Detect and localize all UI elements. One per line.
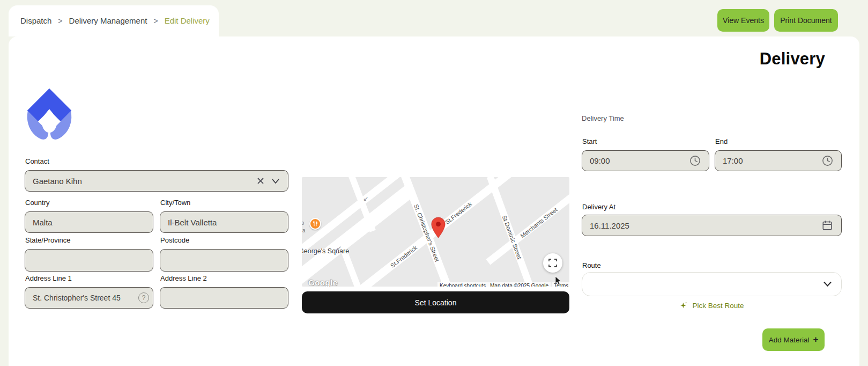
breadcrumb-edit-delivery: Edit Delivery — [165, 16, 210, 25]
route-label: Route — [582, 261, 601, 269]
mouse-cursor-icon — [555, 276, 562, 286]
set-location-button[interactable]: Set Location — [302, 291, 569, 313]
map-arrow-icon: ↙ — [363, 195, 368, 202]
map-poi-partial-text: to — [302, 220, 304, 226]
diamond-logo-icon — [25, 87, 74, 141]
contact-label: Contact — [25, 157, 49, 165]
map-poi-partial-text: za — [302, 228, 306, 233]
company-logo — [25, 87, 74, 143]
page-title: Delivery — [760, 49, 825, 69]
address2-input[interactable] — [160, 287, 288, 309]
map-street-label-merchants: Merchants Street — [519, 206, 558, 239]
country-input[interactable] — [25, 211, 153, 233]
city-label: City/Town — [160, 199, 190, 207]
map-street-label-frederick: St.Frederick — [444, 201, 473, 225]
city-input[interactable] — [160, 211, 288, 233]
breadcrumb: Dispatch > Delivery Management > Edit De… — [20, 16, 210, 25]
address2-label: Address Line 2 — [160, 274, 207, 282]
route-chevron-down-icon[interactable] — [824, 281, 832, 287]
restaurant-poi-icon[interactable] — [309, 218, 321, 230]
delivery-at-input[interactable] — [582, 215, 842, 236]
pick-best-route-label: Pick Best Route — [692, 302, 744, 310]
contact-chevron-down-icon[interactable] — [271, 177, 280, 185]
end-label: End — [715, 137, 728, 145]
address1-label: Address Line 1 — [25, 274, 72, 282]
map-street-label-frederick: St.Frederick — [389, 244, 418, 269]
postcode-input[interactable] — [160, 249, 288, 272]
add-material-button[interactable]: Add Material + — [762, 328, 825, 351]
pick-best-route-button[interactable]: Pick Best Route — [582, 301, 842, 310]
end-clock-icon[interactable] — [821, 155, 834, 167]
google-logo: Google — [308, 278, 338, 287]
sparkle-icon — [679, 301, 688, 310]
route-select[interactable] — [582, 272, 842, 296]
breadcrumb-separator: > — [153, 17, 158, 25]
start-label: Start — [582, 137, 597, 145]
breadcrumb-dispatch[interactable]: Dispatch — [20, 16, 51, 25]
country-label: Country — [25, 199, 50, 207]
print-document-button[interactable]: Print Document — [774, 9, 838, 32]
state-label: State/Province — [25, 236, 71, 244]
google-map[interactable]: St. Christopher's Street St.Frederick St… — [302, 177, 569, 287]
map-square-label: George's Square — [302, 247, 349, 255]
view-events-button[interactable]: View Events — [717, 9, 769, 32]
add-material-label: Add Material — [769, 336, 810, 344]
delivery-at-calendar-icon[interactable] — [821, 219, 833, 231]
map-fullscreen-button[interactable] — [543, 253, 562, 273]
breadcrumb-delivery-management[interactable]: Delivery Management — [69, 16, 147, 25]
map-keyboard-shortcuts-link[interactable]: Keyboard shortcuts — [437, 282, 488, 287]
contact-clear-icon[interactable] — [255, 175, 266, 186]
map-data-attribution: Map data ©2025 Google — [488, 282, 551, 287]
delivery-time-section-label: Delivery Time — [582, 114, 624, 122]
plus-icon: + — [813, 334, 818, 345]
contact-select[interactable] — [25, 170, 288, 192]
postcode-label: Postcode — [160, 236, 189, 244]
address1-input[interactable] — [25, 287, 153, 309]
map-arrow-icon: ↙ — [336, 244, 342, 252]
edit-delivery-page: Dispatch > Delivery Management > Edit De… — [0, 0, 868, 366]
start-clock-icon[interactable] — [689, 155, 701, 167]
address1-help-icon[interactable]: ? — [138, 292, 149, 303]
state-input[interactable] — [25, 249, 153, 272]
breadcrumb-separator: > — [58, 17, 62, 25]
map-marker-pin-icon[interactable] — [431, 217, 446, 238]
delivery-at-label: Delivery At — [582, 203, 615, 211]
